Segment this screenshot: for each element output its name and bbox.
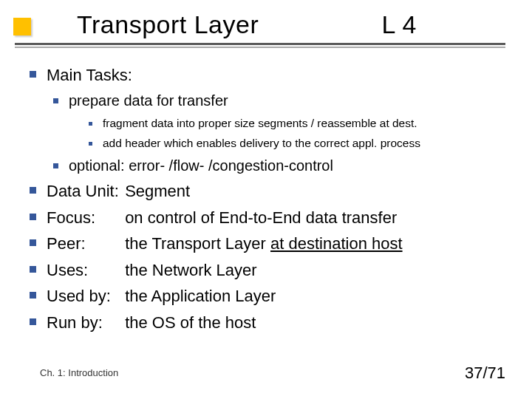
row-label: Run by:	[47, 313, 120, 333]
row-label: Data Unit:	[47, 181, 120, 202]
bullet-usedby: Used by: the Application Layer	[30, 286, 517, 307]
bullet-text: Focus: on control of End-to-End data tra…	[47, 208, 397, 228]
bullet-prepare: prepare data for transfer	[53, 92, 517, 110]
bullet-uses: Uses: the Network Layer	[30, 260, 517, 281]
row-value-prefix: the Transport Layer	[125, 234, 270, 253]
bullet-text: prepare data for transfer	[69, 92, 228, 110]
bullet-header: add header which enables delivery to the…	[89, 136, 517, 151]
bullet-text: fragment data into proper size segments …	[103, 116, 417, 131]
bullet-text: Run by: the OS of the host	[47, 313, 256, 333]
bullet-text: Main Tasks:	[47, 65, 132, 86]
bullet-icon	[30, 239, 36, 246]
slide: Transport Layer L 4 Main Tasks: prepare …	[0, 0, 532, 399]
header-rule-light	[15, 47, 505, 48]
header-rule	[15, 43, 505, 45]
bullet-peer: Peer: the Transport Layer at destination…	[30, 233, 517, 254]
slide-title: Transport Layer	[77, 10, 259, 39]
footer-page-number: 37/71	[465, 364, 505, 383]
slide-title-right: L 4	[381, 10, 417, 39]
row-label: Focus:	[47, 208, 120, 228]
title-row: Transport Layer L 4	[77, 10, 491, 39]
bullet-icon	[89, 142, 92, 146]
bullet-focus: Focus: on control of End-to-End data tra…	[30, 208, 517, 228]
row-label: Used by:	[47, 286, 120, 307]
row-value: the Network Layer	[125, 261, 257, 279]
bullet-icon	[30, 266, 36, 273]
row-value: the OS of the host	[125, 313, 256, 332]
bullet-optional: optional: error- /flow- /congestion-cont…	[53, 157, 517, 175]
row-value: the Application Layer	[125, 287, 276, 305]
row-value: on control of End-to-End data transfer	[125, 208, 397, 227]
bullet-text: optional: error- /flow- /congestion-cont…	[69, 157, 333, 175]
bullet-runby: Run by: the OS of the host	[30, 313, 517, 333]
bullet-icon	[53, 98, 58, 103]
bullet-fragment: fragment data into proper size segments …	[89, 116, 517, 131]
bullet-text: Peer: the Transport Layer at destination…	[47, 233, 403, 254]
bullet-icon	[30, 292, 36, 299]
row-label: Peer:	[47, 233, 120, 254]
bullet-icon	[30, 187, 36, 194]
row-label: Uses:	[47, 260, 120, 281]
bullet-text: Uses: the Network Layer	[47, 260, 257, 281]
slide-body: Main Tasks: prepare data for transfer fr…	[30, 59, 517, 332]
footer-chapter: Ch. 1: Introduction	[40, 367, 118, 378]
bullet-text: Used by: the Application Layer	[47, 286, 276, 307]
bullet-text: Data Unit: Segment	[47, 181, 190, 202]
bullet-dataunit: Data Unit: Segment	[30, 181, 517, 202]
bullet-main-tasks: Main Tasks:	[30, 65, 517, 86]
row-value: Segment	[125, 182, 190, 200]
bullet-icon	[30, 214, 36, 220]
bullet-icon	[30, 318, 36, 325]
bullet-icon	[30, 71, 36, 78]
bullet-icon	[89, 122, 92, 126]
header-accent-icon	[13, 18, 31, 35]
bullet-text: add header which enables delivery to the…	[103, 136, 420, 151]
row-value-underlined: at destination host	[270, 234, 403, 253]
bullet-icon	[53, 163, 58, 168]
